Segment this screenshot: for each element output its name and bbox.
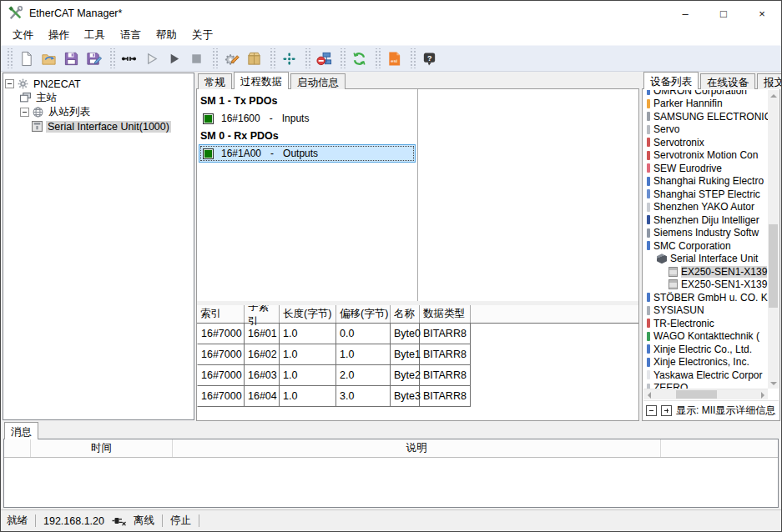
toolbar-grip[interactable] <box>269 48 275 68</box>
device-list-item[interactable]: Xinje Electric Co., Ltd. <box>643 343 768 356</box>
table-row[interactable]: 16#7000 16#01 1.0 0.0 Byte0 BITARR8 <box>197 324 638 344</box>
horizontal-scrollbar[interactable] <box>643 389 768 399</box>
sliver-icon <box>647 319 650 328</box>
connect-button[interactable] <box>118 48 140 69</box>
tree-item-slave-device[interactable]: Serial Interface Unit(1000) <box>5 119 192 133</box>
toolbar-grip[interactable] <box>108 48 115 68</box>
tree-item-slave-list[interactable]: 从站列表 <box>5 105 192 119</box>
run-button[interactable] <box>163 48 185 69</box>
device-list-item[interactable]: TR-Electronic <box>643 317 768 330</box>
tree-item-master[interactable]: 主站 <box>5 91 192 105</box>
scroll-right-button[interactable] <box>757 389 768 400</box>
toolbar-grip[interactable] <box>409 48 416 68</box>
toolbar-grip[interactable] <box>374 48 381 68</box>
menu-tools[interactable]: 工具 <box>77 27 113 44</box>
device-list-item[interactable]: Serial Interface Unit <box>643 253 768 266</box>
open-project-button[interactable] <box>38 48 60 69</box>
device-list-item[interactable]: WAGO Kontakttechnik ( <box>643 330 768 344</box>
tab-device-list[interactable]: 设备列表 <box>643 72 699 89</box>
esi-file-button[interactable]: esi <box>383 48 406 69</box>
run-offline-button[interactable] <box>140 48 163 69</box>
device-list-item[interactable]: Yaskawa Electric Corpor <box>643 369 768 382</box>
vertical-scroll-thumb[interactable] <box>769 224 778 308</box>
device-list-item[interactable]: Servo <box>643 123 768 137</box>
topology-center-button[interactable] <box>278 48 300 69</box>
device-list-item[interactable]: Parker Hannifin <box>643 98 768 111</box>
toolbar-grip[interactable] <box>339 48 346 68</box>
toolbar-grip[interactable] <box>211 48 218 68</box>
checked-checkbox-icon[interactable] <box>203 113 214 124</box>
col-subindex[interactable]: 子索引 <box>245 305 280 323</box>
msg-col-description[interactable]: 说明 <box>173 439 661 457</box>
pdo-entry-outputs[interactable]: 16#1A00 - Outputs <box>199 144 416 163</box>
device-list-item[interactable]: SYSIASUN <box>643 304 768 318</box>
scroll-up-button[interactable] <box>768 90 779 101</box>
device-list-item[interactable]: Servotronix <box>643 136 768 149</box>
device-list-item[interactable]: Siemens Industry Softw <box>643 227 768 240</box>
device-list-item[interactable]: SEW Eurodrive <box>643 162 768 175</box>
col-length[interactable]: 长度(字节) <box>280 305 336 323</box>
close-button[interactable]: × <box>743 1 781 26</box>
tab-general[interactable]: 常规 <box>198 73 232 89</box>
device-list-item[interactable]: Servotronix Motion Con <box>643 149 768 163</box>
project-tree-panel: PN2ECAT 主站 从站列表 Serial Interface Unit(10… <box>3 73 194 420</box>
device-list-item[interactable]: EX250-SEN1-X139 <box>643 265 768 279</box>
scroll-left-button[interactable] <box>643 389 654 400</box>
device-list-item[interactable]: Shanghai Ruking Electro <box>643 175 768 188</box>
save-as-button[interactable] <box>83 48 105 69</box>
device-list-item[interactable]: EX250-SEN1-X139 <box>643 279 768 292</box>
pdo-pane-splitter[interactable] <box>417 89 418 301</box>
device-list-item[interactable]: SAMSUNG ELECTRONIC <box>643 110 768 123</box>
device-list-item[interactable]: STÖBER GmbH u. CO. K <box>643 291 768 304</box>
tab-online-devices[interactable]: 在线设备 <box>700 73 755 89</box>
col-offset[interactable]: 偏移(字节) <box>336 305 391 323</box>
edit-config-button[interactable] <box>220 48 243 69</box>
pdo-entry-inputs[interactable]: 16#1600 - Inputs <box>199 109 416 128</box>
scroll-down-button[interactable] <box>768 378 779 389</box>
collapse-expander-icon[interactable] <box>5 79 14 88</box>
expand-all-icon[interactable] <box>661 405 672 416</box>
svg-text:esi: esi <box>391 57 397 63</box>
stop-button[interactable] <box>185 48 208 69</box>
offline-hierarchy-button[interactable] <box>313 48 336 69</box>
msg-col-time[interactable]: 时间 <box>31 439 173 457</box>
menu-help[interactable]: 帮助 <box>149 27 184 44</box>
package-button[interactable] <box>243 48 265 69</box>
device-list-item[interactable]: ZEERO <box>643 382 768 389</box>
checked-checkbox-icon[interactable] <box>203 148 214 159</box>
open-folder-icon <box>41 51 57 67</box>
device-list-item[interactable]: SMC Corporation <box>643 239 768 253</box>
table-row[interactable]: 16#7000 16#04 1.0 3.0 Byte3 BITARR8 <box>197 386 638 407</box>
table-row[interactable]: 16#7000 16#02 1.0 1.0 Byte1 BITARR8 <box>197 344 638 365</box>
minimize-button[interactable]: – <box>666 1 704 26</box>
tab-startup-info[interactable]: 启动信息 <box>290 73 346 89</box>
tab-packets[interactable]: 报文 <box>757 73 782 89</box>
menu-operation[interactable]: 操作 <box>41 27 77 44</box>
help-button[interactable]: ? <box>418 48 441 69</box>
device-list-item[interactable]: Shenzhen Diju Intelliger <box>643 213 768 227</box>
menu-file[interactable]: 文件 <box>5 27 41 44</box>
menu-about[interactable]: 关于 <box>184 27 220 44</box>
table-row[interactable]: 16#7000 16#03 1.0 2.0 Byte2 BITARR8 <box>197 365 638 386</box>
device-list-item[interactable]: Shanghai STEP Electric <box>643 188 768 201</box>
tree-item-root[interactable]: PN2ECAT <box>5 77 192 91</box>
menu-language[interactable]: 语言 <box>113 27 149 44</box>
toolbar-grip[interactable] <box>6 48 13 68</box>
new-file-button[interactable] <box>15 48 38 69</box>
device-list-item[interactable]: OMRON Corporation <box>643 90 768 98</box>
vertical-scrollbar[interactable] <box>768 90 779 389</box>
device-list-item[interactable]: Shenzhen YAKO Autor <box>643 201 768 214</box>
horizontal-scroll-thumb[interactable] <box>676 390 717 399</box>
tab-messages[interactable]: 消息 <box>4 422 38 439</box>
col-index[interactable]: 索引 <box>197 305 245 323</box>
save-button[interactable] <box>60 48 83 69</box>
toolbar-grip[interactable] <box>304 48 310 68</box>
col-name[interactable]: 名称 <box>391 305 420 323</box>
maximize-button[interactable]: □ <box>704 1 743 26</box>
refresh-button[interactable] <box>348 48 371 69</box>
collapse-expander-icon[interactable] <box>20 108 29 117</box>
col-datatype[interactable]: 数据类型 <box>420 305 471 323</box>
device-list-item[interactable]: Xinje Electronics, Inc. <box>643 356 768 369</box>
collapse-all-icon[interactable] <box>646 405 657 416</box>
tab-process-data[interactable]: 过程数据 <box>234 72 289 89</box>
